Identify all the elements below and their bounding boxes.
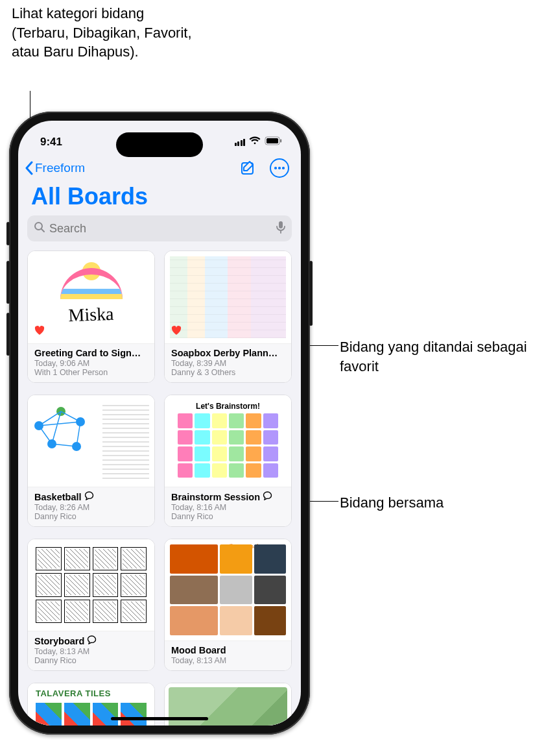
svg-rect-2 bbox=[280, 140, 281, 143]
board-subtitle: Danny Rico bbox=[34, 512, 148, 521]
search-icon bbox=[34, 221, 45, 236]
search-field[interactable] bbox=[27, 215, 292, 241]
board-card[interactable]: Miska Greeting Card to Sign… Today, 9:06… bbox=[27, 250, 155, 383]
page-title: All Boards bbox=[18, 180, 301, 215]
board-card[interactable]: Storyboard Today, 8:13 AM Danny Rico bbox=[27, 539, 155, 671]
heart-icon bbox=[34, 326, 45, 338]
mic-icon[interactable] bbox=[276, 221, 285, 236]
search-input[interactable] bbox=[49, 222, 272, 236]
board-card[interactable]: Let's Brainstorm! Brainstorm Session Tod… bbox=[164, 395, 292, 527]
chevron-left-icon bbox=[25, 161, 34, 175]
nav-bar: Freeform bbox=[18, 157, 301, 180]
board-time: Today, 8:13 AM bbox=[34, 647, 148, 656]
wifi-icon bbox=[249, 136, 261, 149]
board-card[interactable]: Sunset palettes Mood Board Today, 8:13 A… bbox=[164, 539, 292, 671]
battery-icon bbox=[265, 136, 283, 149]
board-time: Today, 9:06 AM bbox=[34, 359, 148, 368]
board-title: Brainstorm Session bbox=[171, 492, 260, 502]
board-time: Today, 8:39 AM bbox=[171, 359, 285, 368]
board-thumbnail bbox=[28, 539, 154, 631]
board-time: Today, 8:16 AM bbox=[171, 503, 285, 512]
board-thumbnail: Miska bbox=[28, 251, 154, 344]
board-title: Mood Board bbox=[171, 645, 226, 655]
compose-icon bbox=[240, 160, 257, 177]
boards-grid: Miska Greeting Card to Sign… Today, 9:06… bbox=[18, 248, 301, 726]
board-subtitle: Danny Rico bbox=[171, 512, 285, 521]
board-subtitle: Danny & 3 Others bbox=[171, 368, 285, 377]
thumb-heading: TALAVERA TILES bbox=[36, 689, 111, 698]
board-subtitle: Danny Rico bbox=[34, 656, 148, 665]
screen: 9:41 Freeform bbox=[18, 121, 301, 726]
back-label: Freeform bbox=[35, 161, 85, 175]
board-title: Storyboard bbox=[34, 636, 84, 646]
board-card[interactable]: Basketball Today, 8:26 AM Danny Rico bbox=[27, 395, 155, 527]
board-title: Greeting Card to Sign… bbox=[34, 348, 141, 358]
new-board-button[interactable] bbox=[240, 160, 257, 177]
status-time: 9:41 bbox=[40, 136, 62, 149]
home-indicator[interactable] bbox=[111, 717, 208, 720]
board-title: Basketball bbox=[34, 492, 82, 502]
callout-shared: Bidang bersama bbox=[340, 493, 444, 513]
shared-icon bbox=[84, 491, 94, 502]
thumb-heading: Let's Brainstorm! bbox=[165, 402, 291, 411]
shared-icon bbox=[263, 491, 272, 502]
callout-categories: Lihat kategori bidang (Terbaru, Dibagika… bbox=[12, 4, 193, 62]
back-button[interactable]: Freeform bbox=[25, 161, 85, 175]
heart-icon bbox=[171, 326, 182, 338]
board-subtitle: With 1 Other Person bbox=[34, 368, 148, 377]
shared-icon bbox=[87, 635, 97, 646]
board-time: Today, 8:13 AM bbox=[171, 656, 285, 665]
board-thumbnail: Let's Brainstorm! bbox=[165, 395, 291, 487]
board-title: Soapbox Derby Plann… bbox=[171, 348, 278, 358]
board-card[interactable]: Soapbox Derby Plann… Today, 8:39 AM Dann… bbox=[164, 250, 292, 383]
iphone-frame: 9:41 Freeform bbox=[9, 112, 310, 735]
svg-rect-5 bbox=[279, 221, 283, 228]
cellular-icon bbox=[235, 138, 246, 146]
svg-rect-1 bbox=[266, 138, 278, 143]
dynamic-island bbox=[116, 132, 203, 157]
board-thumbnail bbox=[165, 251, 291, 344]
board-time: Today, 8:26 AM bbox=[34, 503, 148, 512]
board-thumbnail bbox=[28, 395, 154, 487]
more-button[interactable] bbox=[270, 158, 289, 178]
board-thumbnail: Sunset palettes bbox=[165, 539, 291, 641]
callout-favorite: Bidang yang ditandai sebagai favorit bbox=[340, 337, 528, 376]
